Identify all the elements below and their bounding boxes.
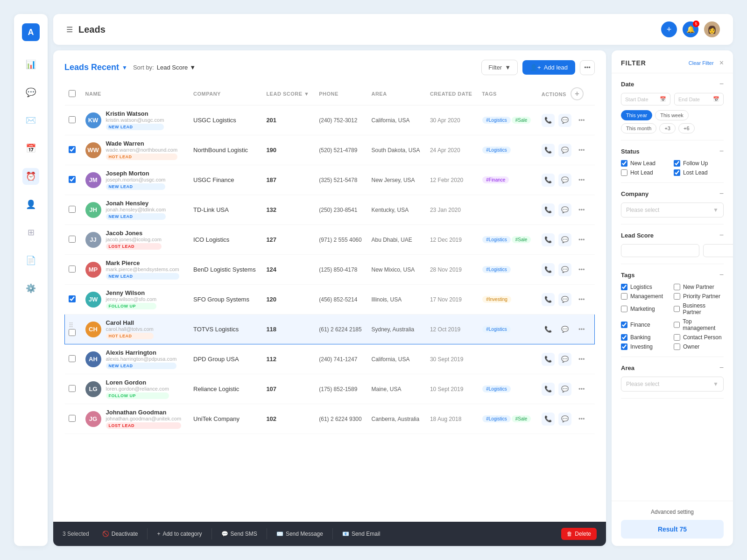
- tag-checkbox[interactable]: [621, 284, 627, 290]
- row-checkbox[interactable]: [69, 146, 76, 153]
- tag-checkbox[interactable]: [674, 334, 680, 341]
- send-message-button[interactable]: ✉️ Send Message: [271, 528, 329, 540]
- area-section-toggle[interactable]: −: [719, 364, 724, 372]
- more-action-button[interactable]: •••: [575, 233, 588, 246]
- sidebar-item-settings[interactable]: ⚙️: [22, 280, 39, 297]
- call-action-button[interactable]: 📞: [542, 203, 555, 217]
- row-checkbox[interactable]: [69, 206, 76, 213]
- tag-filter-item[interactable]: Management: [621, 293, 671, 300]
- more-action-button[interactable]: •••: [575, 144, 588, 157]
- quick-this-month[interactable]: This month: [621, 123, 656, 133]
- send-email-button[interactable]: 📧 Send Email: [337, 528, 386, 540]
- status-checkbox[interactable]: [621, 169, 627, 176]
- filter-button[interactable]: Filter ▼: [481, 60, 518, 75]
- row-checkbox[interactable]: [69, 415, 76, 422]
- deactivate-button[interactable]: 🚫 Deactivate: [97, 528, 144, 540]
- call-action-button[interactable]: 📞: [542, 353, 555, 366]
- tag-filter-item[interactable]: Contact Person: [674, 334, 724, 341]
- more-action-button[interactable]: •••: [575, 353, 588, 366]
- advanced-setting-link[interactable]: Advanced setting: [621, 509, 724, 515]
- tag-filter-item[interactable]: Investing: [621, 343, 671, 350]
- tag-filter-item[interactable]: Banking: [621, 334, 671, 341]
- message-action-button[interactable]: 💬: [558, 323, 571, 336]
- call-action-button[interactable]: 📞: [542, 323, 555, 336]
- more-action-button[interactable]: •••: [575, 203, 588, 217]
- tag-checkbox[interactable]: [621, 322, 627, 328]
- row-checkbox[interactable]: [69, 329, 76, 336]
- sort-control[interactable]: Sort by: Lead Score ▼: [133, 64, 196, 71]
- score-max-input[interactable]: [703, 244, 733, 257]
- row-checkbox[interactable]: [69, 236, 76, 243]
- tag-checkbox[interactable]: [621, 334, 627, 341]
- tag-filter-item[interactable]: Logistics: [621, 284, 671, 290]
- message-action-button[interactable]: 💬: [558, 263, 571, 276]
- status-filter-item[interactable]: Follow Up: [674, 160, 724, 167]
- call-action-button[interactable]: 📞: [542, 114, 555, 127]
- call-action-button[interactable]: 📞: [542, 293, 555, 306]
- quick-this-week[interactable]: This week: [655, 110, 689, 120]
- date-section-toggle[interactable]: −: [719, 80, 724, 88]
- status-section-toggle[interactable]: −: [719, 147, 724, 155]
- quick-plus3[interactable]: +3: [659, 123, 676, 133]
- quick-this-year[interactable]: This year: [621, 110, 652, 120]
- add-column-button[interactable]: +: [571, 87, 584, 100]
- tag-checkbox[interactable]: [674, 322, 680, 328]
- end-date-input[interactable]: End Date 📅: [674, 93, 724, 105]
- more-options-button[interactable]: •••: [580, 60, 595, 75]
- menu-icon[interactable]: ☰: [66, 25, 73, 34]
- row-checkbox[interactable]: [69, 385, 76, 392]
- tag-checkbox[interactable]: [674, 284, 680, 290]
- sidebar-item-documents[interactable]: 📄: [22, 252, 39, 269]
- row-checkbox[interactable]: [69, 116, 76, 123]
- more-action-button[interactable]: •••: [575, 323, 588, 336]
- message-action-button[interactable]: 💬: [558, 293, 571, 306]
- tag-filter-item[interactable]: Priority Partner: [674, 293, 724, 300]
- result-button[interactable]: Result 75: [621, 520, 724, 539]
- col-lead-score[interactable]: LEAD SCORE ▼: [262, 83, 315, 105]
- call-action-button[interactable]: 📞: [542, 144, 555, 157]
- call-action-button[interactable]: 📞: [542, 263, 555, 276]
- status-filter-item[interactable]: Lost Lead: [674, 169, 724, 176]
- tag-filter-item[interactable]: Owner: [674, 343, 724, 350]
- add-to-category-button[interactable]: + Add to category: [151, 528, 207, 540]
- score-section-toggle[interactable]: −: [719, 231, 724, 239]
- message-action-button[interactable]: 💬: [558, 114, 571, 127]
- more-action-button[interactable]: •••: [575, 413, 588, 426]
- status-checkbox[interactable]: [621, 160, 627, 167]
- message-action-button[interactable]: 💬: [558, 353, 571, 366]
- tag-filter-item[interactable]: Top management: [674, 318, 724, 331]
- send-sms-button[interactable]: 💬 Send SMS: [216, 528, 263, 540]
- call-action-button[interactable]: 📞: [542, 413, 555, 426]
- area-select[interactable]: Please select ▼: [621, 377, 724, 392]
- call-action-button[interactable]: 📞: [542, 383, 555, 396]
- tag-checkbox[interactable]: [674, 343, 680, 350]
- tag-checkbox[interactable]: [621, 293, 627, 300]
- filter-close-button[interactable]: ×: [719, 59, 724, 67]
- more-action-button[interactable]: •••: [575, 293, 588, 306]
- sidebar-item-dashboard[interactable]: 📊: [22, 56, 39, 73]
- sidebar-item-leads[interactable]: ⏰: [22, 168, 39, 185]
- message-action-button[interactable]: 💬: [558, 203, 571, 217]
- leads-title[interactable]: Leads Recent ▼: [64, 63, 127, 72]
- message-action-button[interactable]: 💬: [558, 174, 571, 187]
- status-filter-item[interactable]: New Lead: [621, 160, 671, 167]
- message-action-button[interactable]: 💬: [558, 233, 571, 246]
- tag-checkbox[interactable]: [674, 306, 680, 312]
- status-checkbox[interactable]: [674, 160, 680, 167]
- select-all-checkbox[interactable]: [69, 90, 76, 97]
- delete-button[interactable]: 🗑 Delete: [561, 528, 597, 540]
- start-date-input[interactable]: Start Date 📅: [621, 93, 670, 105]
- company-select[interactable]: Please select ▼: [621, 203, 724, 217]
- add-button[interactable]: +: [661, 21, 677, 37]
- tag-filter-item[interactable]: Business Partner: [674, 302, 724, 315]
- quick-plus6[interactable]: +6: [678, 123, 695, 133]
- drag-handle-icon[interactable]: ⠿: [69, 322, 73, 329]
- tag-checkbox[interactable]: [621, 343, 627, 350]
- sidebar-item-contacts[interactable]: 👤: [22, 196, 39, 213]
- message-action-button[interactable]: 💬: [558, 413, 571, 426]
- call-action-button[interactable]: 📞: [542, 233, 555, 246]
- sidebar-item-email[interactable]: ✉️: [22, 112, 39, 129]
- tag-filter-item[interactable]: Finance: [621, 318, 671, 331]
- clear-filter-link[interactable]: Clear Filter: [689, 60, 714, 66]
- sidebar-item-messages[interactable]: 💬: [22, 84, 39, 101]
